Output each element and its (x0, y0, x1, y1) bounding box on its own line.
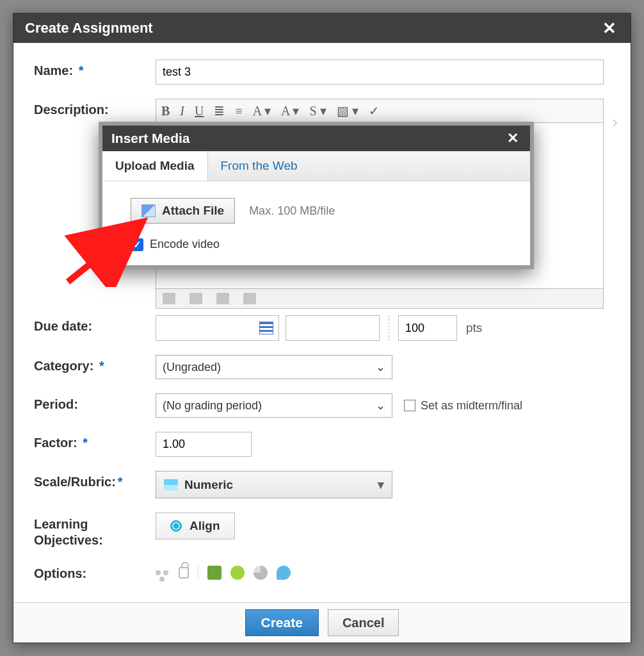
row-period: Period: (No grading period) ⌄ Set as mid… (34, 393, 610, 418)
objectives-label: Learning Objectives: (34, 512, 156, 548)
comment-icon[interactable] (277, 566, 291, 580)
footer-icon-3[interactable] (216, 293, 229, 304)
bold-icon[interactable]: B (161, 104, 170, 119)
media-title: Insert Media (111, 131, 190, 146)
required-mark: * (75, 63, 83, 78)
dialog-footer: Create Cancel (13, 602, 631, 643)
period-label: Period: (34, 393, 156, 412)
row-objectives: Learning Objectives: Align (34, 512, 610, 548)
create-button[interactable]: Create (245, 609, 319, 636)
options-label: Options: (34, 562, 156, 581)
footer-icon-2[interactable] (189, 293, 202, 304)
encode-label: Encode video (150, 238, 220, 251)
options-icons (156, 562, 610, 580)
tab-from-web[interactable]: From the Web (208, 151, 310, 181)
close-icon[interactable]: ✕ (600, 20, 619, 37)
highlight-icon[interactable]: A ▾ (281, 103, 299, 119)
category-value: (Ungraded) (163, 361, 221, 374)
due-date-input[interactable] (156, 315, 279, 341)
row-factor: Factor: * (34, 432, 610, 457)
status-icon[interactable] (230, 566, 245, 580)
align-label: Align (189, 519, 220, 533)
scale-select[interactable]: Numeric ▾ (156, 471, 392, 498)
media-tabs: Upload Media From the Web (102, 151, 530, 181)
period-value: (No grading period) (163, 399, 262, 413)
align-button[interactable]: Align (156, 512, 235, 539)
editor-toolbar: B I U ≣ ≡ A ▾ A ▾ S ▾ ▧ ▾ ✓ (156, 99, 604, 122)
midterm-label: Set as midterm/final (421, 399, 522, 413)
strike-icon[interactable]: S ▾ (309, 103, 326, 119)
factor-input[interactable] (156, 432, 252, 457)
required-mark: * (118, 475, 123, 489)
lock-icon[interactable] (179, 567, 189, 578)
divider (389, 315, 389, 341)
footer-icon-4[interactable] (243, 293, 256, 304)
required-mark: * (79, 436, 88, 450)
chevron-down-icon: ⌄ (376, 360, 385, 374)
footer-icon-1[interactable] (163, 293, 175, 304)
divider (198, 565, 198, 580)
row-options: Options: (34, 562, 610, 581)
insert-media-dialog: Insert Media ✕ Upload Media From the Web… (99, 122, 534, 269)
category-label: Category: * (34, 355, 156, 373)
ordered-list-icon[interactable]: ≣ (214, 103, 225, 119)
numeric-icon (164, 479, 178, 491)
caret-down-icon: ▾ (378, 477, 384, 492)
underline-icon[interactable]: U (195, 104, 204, 119)
attach-row: Attach File Max. 100 MB/file (131, 198, 513, 224)
description-label: Description: (34, 99, 156, 117)
factor-label: Factor: * (34, 432, 156, 450)
row-due-date: Due date: pts (34, 315, 610, 341)
font-color-icon[interactable]: A ▾ (253, 103, 271, 119)
due-time-input[interactable] (286, 315, 380, 341)
name-label-text: Name: (34, 63, 73, 78)
insert-icon[interactable]: ▧ ▾ (337, 103, 358, 119)
category-select[interactable]: (Ungraded) ⌄ (156, 355, 392, 379)
row-scale: Scale/Rubric:* Numeric ▾ (34, 471, 610, 498)
tab-upload-media[interactable]: Upload Media (102, 151, 208, 181)
attach-icon (141, 204, 156, 217)
italic-icon[interactable]: I (180, 104, 184, 119)
midterm-checkbox[interactable] (404, 400, 415, 411)
due-date-label: Due date: (34, 315, 156, 334)
row-category: Category: * (Ungraded) ⌄ (34, 355, 610, 379)
factor-label-text: Factor: (34, 436, 77, 450)
editor-footer (156, 289, 604, 309)
max-file-note: Max. 100 MB/file (249, 204, 335, 218)
attach-label: Attach File (162, 204, 224, 218)
expand-editor-icon[interactable]: › (612, 112, 618, 132)
name-input[interactable] (156, 60, 604, 85)
required-mark: * (95, 359, 104, 373)
unordered-list-icon[interactable]: ≡ (235, 104, 242, 119)
period-select[interactable]: (No grading period) ⌄ (156, 393, 392, 418)
row-name: Name: * (34, 60, 610, 85)
scale-value: Numeric (184, 478, 371, 492)
scale-label: Scale/Rubric:* (34, 471, 156, 489)
category-label-text: Category: (34, 359, 93, 373)
name-label: Name: * (34, 60, 156, 78)
encode-row[interactable]: ✓ Encode video (131, 238, 513, 251)
points-input[interactable] (398, 315, 457, 341)
dialog-header: Create Assignment ✕ (13, 13, 631, 43)
dialog-title: Create Assignment (25, 20, 153, 37)
target-icon (170, 520, 182, 532)
cancel-button[interactable]: Cancel (328, 609, 399, 636)
share-icon[interactable] (156, 570, 161, 575)
dropbox-icon[interactable] (207, 566, 221, 580)
attach-file-button[interactable]: Attach File (131, 198, 235, 224)
midterm-checkbox-row[interactable]: Set as midterm/final (404, 399, 522, 413)
media-body: Attach File Max. 100 MB/file ✓ Encode vi… (102, 181, 530, 265)
close-icon[interactable]: ✕ (504, 131, 521, 145)
create-assignment-dialog: Create Assignment ✕ Name: * Description:… (13, 13, 631, 643)
spellcheck-icon[interactable]: ✓ (369, 103, 380, 119)
calendar-icon (259, 322, 273, 334)
points-unit: pts (466, 321, 482, 335)
scale-label-text: Scale/Rubric: (34, 475, 116, 489)
stats-icon[interactable] (254, 566, 268, 580)
encode-checkbox[interactable]: ✓ (131, 238, 143, 251)
chevron-down-icon: ⌄ (376, 398, 385, 413)
media-dialog-header: Insert Media ✕ (102, 126, 530, 151)
